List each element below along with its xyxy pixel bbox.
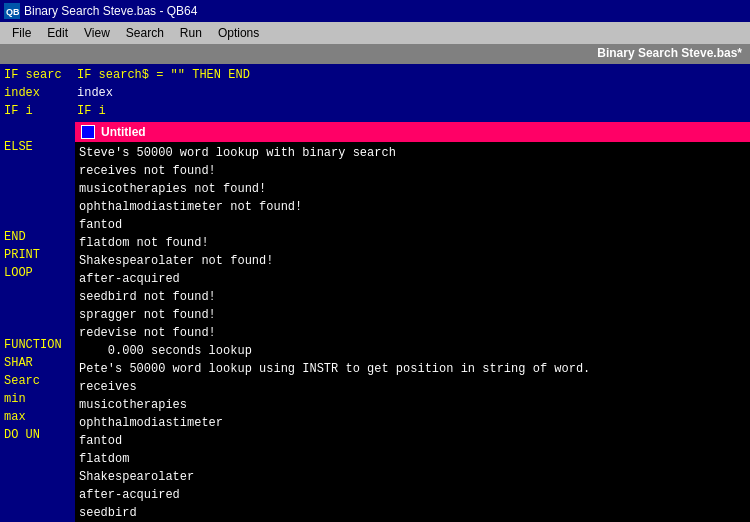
code-gutter: IF searc index IF i ELSE END PRINT LOOP … [0, 64, 75, 522]
active-file-title: Binary Search Steve.bas* [597, 46, 742, 60]
code-line: index [75, 84, 750, 102]
main-content: IF search$ = "" THEN END index IF i Unti… [75, 64, 750, 522]
output-line: musicotherapies not found! [79, 180, 746, 198]
output-line: Steve's 50000 word lookup with binary se… [79, 144, 746, 162]
active-file-bar: Binary Search Steve.bas* [0, 44, 750, 64]
code-line: IF search$ = "" THEN END [75, 66, 750, 84]
app-icon: QB [4, 3, 20, 19]
output-line: seedbird [79, 504, 746, 522]
output-line: musicotherapies [79, 396, 746, 414]
output-window-title: Untitled [101, 125, 146, 139]
gutter-line: END [4, 228, 71, 246]
gutter-line: max [4, 408, 71, 426]
output-window: Untitled Steve's 50000 word lookup with … [75, 122, 750, 522]
output-line: redevise not found! [79, 324, 746, 342]
menu-run[interactable]: Run [172, 24, 210, 42]
gutter-line [4, 282, 71, 300]
editor-area: IF searc index IF i ELSE END PRINT LOOP … [0, 64, 750, 522]
output-line: seedbird not found! [79, 288, 746, 306]
gutter-line: ELSE [4, 138, 71, 156]
output-line: after-acquired [79, 486, 746, 504]
gutter-line [4, 120, 71, 138]
window-title: Binary Search Steve.bas - QB64 [24, 4, 197, 18]
gutter-line [4, 156, 71, 174]
gutter-line: IF searc [4, 66, 71, 84]
menu-search[interactable]: Search [118, 24, 172, 42]
gutter-line [4, 174, 71, 192]
output-line: 0.000 seconds lookup [79, 342, 746, 360]
gutter-line [4, 192, 71, 210]
output-line: spragger not found! [79, 306, 746, 324]
menu-edit[interactable]: Edit [39, 24, 76, 42]
output-line: Shakespearolater [79, 468, 746, 486]
gutter-line: index [4, 84, 71, 102]
title-bar: QB Binary Search Steve.bas - QB64 [0, 0, 750, 22]
gutter-line [4, 210, 71, 228]
menu-view[interactable]: View [76, 24, 118, 42]
gutter-line: SHAR [4, 354, 71, 372]
output-line: fantod [79, 216, 746, 234]
gutter-line: PRINT [4, 246, 71, 264]
code-line: IF i [75, 102, 750, 120]
output-line: ophthalmodiastimeter not found! [79, 198, 746, 216]
gutter-line: DO UN [4, 426, 71, 444]
output-line: flatdom [79, 450, 746, 468]
menu-options[interactable]: Options [210, 24, 267, 42]
gutter-line: LOOP [4, 264, 71, 282]
output-title-bar[interactable]: Untitled [75, 122, 750, 142]
output-line: receives not found! [79, 162, 746, 180]
output-line: Shakespearolater not found! [79, 252, 746, 270]
output-line: receives [79, 378, 746, 396]
svg-text:QB: QB [6, 7, 20, 17]
gutter-line: IF i [4, 102, 71, 120]
gutter-line [4, 318, 71, 336]
output-content: Steve's 50000 word lookup with binary se… [75, 142, 750, 522]
output-window-icon [81, 125, 95, 139]
output-line: Pete's 50000 word lookup using INSTR to … [79, 360, 746, 378]
editor-lines[interactable]: IF search$ = "" THEN END index IF i [75, 64, 750, 122]
menu-file[interactable]: File [4, 24, 39, 42]
gutter-line [4, 300, 71, 318]
output-line: flatdom not found! [79, 234, 746, 252]
output-line: fantod [79, 432, 746, 450]
gutter-line: min [4, 390, 71, 408]
gutter-line: FUNCTION [4, 336, 71, 354]
output-line: after-acquired [79, 270, 746, 288]
output-line: ophthalmodiastimeter [79, 414, 746, 432]
menu-bar: File Edit View Search Run Options [0, 22, 750, 44]
gutter-line: Searc [4, 372, 71, 390]
